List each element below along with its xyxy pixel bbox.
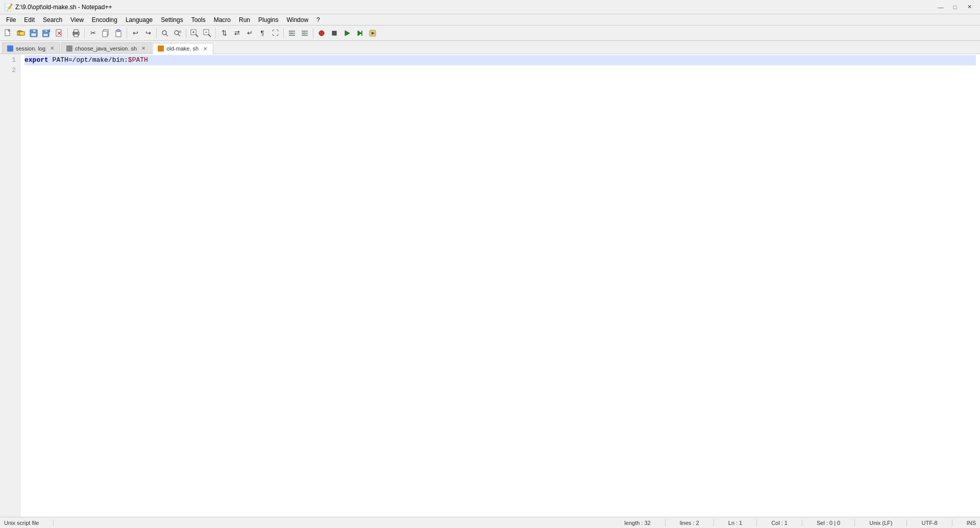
run-button[interactable] xyxy=(366,27,379,39)
svg-rect-18 xyxy=(74,34,78,37)
tab-old-make[interactable]: old-make. sh ✕ xyxy=(153,43,213,54)
svg-point-24 xyxy=(162,31,166,35)
code-line-2[interactable] xyxy=(24,65,976,76)
replace-button[interactable]: R xyxy=(172,27,184,39)
svg-point-42 xyxy=(319,31,324,36)
svg-line-25 xyxy=(166,34,168,36)
menu-encoding[interactable]: Encoding xyxy=(88,15,121,25)
open-file-button[interactable] xyxy=(15,27,27,39)
svg-rect-21 xyxy=(103,31,107,37)
macro-record-button[interactable] xyxy=(315,27,328,39)
tab-choose-java[interactable]: choose_java_version. sh ✕ xyxy=(61,42,152,54)
line-number-2: 2 xyxy=(4,65,16,76)
undo-button[interactable]: ↩ xyxy=(129,27,141,39)
status-divider-1 xyxy=(53,519,54,526)
tab-old-make-icon xyxy=(157,45,164,52)
status-divider-2 xyxy=(665,519,666,526)
indent-button[interactable] xyxy=(286,27,298,39)
zoom-in-button[interactable] xyxy=(188,27,201,39)
svg-rect-43 xyxy=(332,31,336,35)
menu-bar: File Edit Search View Encoding Language … xyxy=(0,14,980,26)
new-file-button[interactable] xyxy=(2,27,14,39)
title-bar: 📝 Z:\9.0\opt\old-make.sh - Notepad++ — □… xyxy=(0,0,980,14)
status-col: Col : 1 xyxy=(771,520,788,526)
copy-button[interactable] xyxy=(100,27,112,39)
menu-plugins[interactable]: Plugins xyxy=(254,15,282,25)
code-line-1[interactable]: export PATH=/opt/make/bin:$PATH xyxy=(24,55,976,65)
menu-view[interactable]: View xyxy=(66,15,88,25)
status-file-type: Unix script file xyxy=(4,520,39,526)
code-area[interactable]: export PATH=/opt/make/bin:$PATH xyxy=(20,54,980,517)
menu-edit[interactable]: Edit xyxy=(20,15,39,25)
menu-settings[interactable]: Settings xyxy=(157,15,187,25)
menu-run[interactable]: Run xyxy=(235,15,254,25)
svg-rect-3 xyxy=(19,32,24,35)
menu-tools[interactable]: Tools xyxy=(187,15,210,25)
status-divider-3 xyxy=(714,519,714,526)
svg-point-26 xyxy=(175,31,179,35)
status-ins: INS xyxy=(967,520,976,526)
zoom-out-button[interactable] xyxy=(201,27,213,39)
status-divider-4 xyxy=(756,519,757,526)
status-divider-7 xyxy=(906,519,907,526)
status-length: length : 32 xyxy=(624,520,650,526)
window-controls[interactable]: — □ ✕ xyxy=(934,2,976,13)
toolbar-separator-4 xyxy=(156,28,157,38)
svg-line-35 xyxy=(208,34,211,37)
menu-window[interactable]: Window xyxy=(282,15,312,25)
status-divider-8 xyxy=(952,519,952,526)
macro-stop-button[interactable] xyxy=(328,27,340,39)
menu-search[interactable]: Search xyxy=(39,15,66,25)
svg-line-27 xyxy=(178,34,180,36)
status-ln: Ln : 1 xyxy=(728,520,743,526)
status-sel: Sel : 0 | 0 xyxy=(817,520,840,526)
close-button[interactable]: ✕ xyxy=(963,2,976,13)
redo-button[interactable]: ↪ xyxy=(142,27,154,39)
menu-file[interactable]: File xyxy=(2,15,20,25)
toolbar-separator-1 xyxy=(67,28,68,38)
word-wrap-button[interactable]: ↵ xyxy=(243,27,256,39)
tab-old-make-label: old-make. sh xyxy=(166,45,199,52)
toolbar: ✂ ↩ ↪ R ⇅ ⇄ ↵ ¶ ⛶ xyxy=(0,26,980,41)
menu-language[interactable]: Language xyxy=(121,15,157,25)
status-divider-5 xyxy=(802,519,802,526)
svg-line-32 xyxy=(195,34,198,37)
outdent-button[interactable] xyxy=(299,27,311,39)
macro-save-button[interactable] xyxy=(354,27,366,39)
svg-rect-11 xyxy=(44,31,45,32)
menu-macro[interactable]: Macro xyxy=(210,15,235,25)
save-button[interactable] xyxy=(28,27,40,39)
svg-marker-45 xyxy=(358,31,361,36)
code-path-text: PATH=/opt/make/bin: xyxy=(48,56,128,64)
save-all-button[interactable] xyxy=(40,27,53,39)
sync-horizontal-button[interactable]: ⇄ xyxy=(231,27,243,39)
tab-session-log-icon xyxy=(7,45,14,52)
close-file-button[interactable] xyxy=(53,27,65,39)
line-numbers: 1 2 xyxy=(0,54,20,517)
fullscreen-button[interactable]: ⛶ xyxy=(269,27,281,39)
toolbar-separator-3 xyxy=(127,28,127,38)
svg-rect-23 xyxy=(117,30,120,32)
tab-old-make-close[interactable]: ✕ xyxy=(202,45,209,52)
find-in-files-button[interactable] xyxy=(159,27,171,39)
tab-choose-java-icon xyxy=(66,45,73,52)
tab-session-log[interactable]: session. log ✕ xyxy=(2,42,60,54)
minimize-button[interactable]: — xyxy=(934,2,947,13)
tab-choose-java-close[interactable]: ✕ xyxy=(140,45,147,52)
tab-choose-java-label: choose_java_version. sh xyxy=(75,45,137,52)
status-bar: Unix script file length : 32 lines : 2 L… xyxy=(0,517,980,528)
cut-button[interactable]: ✂ xyxy=(87,27,99,39)
print-button[interactable] xyxy=(70,27,82,39)
code-keyword-export: export xyxy=(24,56,48,64)
show-all-chars-button[interactable]: ¶ xyxy=(256,27,268,39)
macro-play-button[interactable] xyxy=(341,27,353,39)
toolbar-separator-6 xyxy=(215,28,216,38)
paste-button[interactable] xyxy=(112,27,125,39)
menu-help[interactable]: ? xyxy=(312,15,324,25)
svg-rect-10 xyxy=(43,34,48,36)
code-variable-path: $PATH xyxy=(128,56,148,64)
tab-session-log-close[interactable]: ✕ xyxy=(48,45,56,52)
svg-marker-44 xyxy=(345,31,350,36)
maximize-button[interactable]: □ xyxy=(948,2,962,13)
sync-vertical-button[interactable]: ⇅ xyxy=(218,27,230,39)
